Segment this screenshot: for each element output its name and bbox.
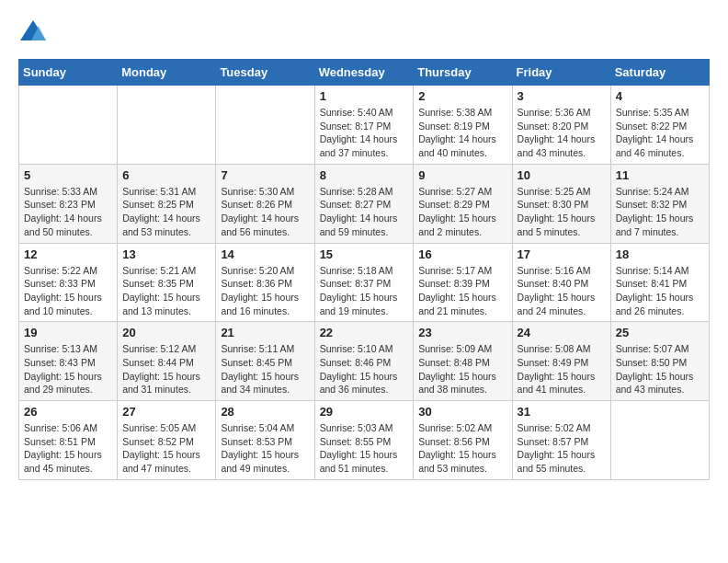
day-info: Sunrise: 5:03 AMSunset: 8:55 PMDaylight:… [320, 421, 409, 476]
calendar: SundayMondayTuesdayWednesdayThursdayFrid… [18, 59, 710, 480]
day-info: Sunrise: 5:05 AMSunset: 8:52 PMDaylight:… [122, 421, 210, 476]
day-info: Sunrise: 5:20 AMSunset: 8:36 PMDaylight:… [221, 264, 309, 318]
calendar-header-friday: Friday [512, 60, 610, 86]
calendar-header-wednesday: Wednesday [314, 60, 414, 86]
calendar-cell: 23Sunrise: 5:09 AMSunset: 8:48 PMDayligh… [414, 322, 512, 401]
day-info: Sunrise: 5:14 AMSunset: 8:41 PMDaylight:… [616, 264, 704, 318]
day-number: 20 [122, 326, 210, 339]
calendar-header-sunday: Sunday [19, 60, 118, 86]
calendar-cell: 5Sunrise: 5:33 AMSunset: 8:23 PMDaylight… [19, 164, 118, 243]
day-info: Sunrise: 5:06 AMSunset: 8:51 PMDaylight:… [24, 421, 112, 476]
day-number: 27 [122, 405, 210, 419]
calendar-cell: 25Sunrise: 5:07 AMSunset: 8:50 PMDayligh… [610, 322, 709, 401]
calendar-cell: 30Sunrise: 5:02 AMSunset: 8:56 PMDayligh… [414, 401, 512, 480]
calendar-cell: 9Sunrise: 5:27 AMSunset: 8:29 PMDaylight… [414, 164, 512, 243]
calendar-week-row: 26Sunrise: 5:06 AMSunset: 8:51 PMDayligh… [19, 401, 710, 480]
calendar-cell: 16Sunrise: 5:17 AMSunset: 8:39 PMDayligh… [414, 243, 512, 322]
day-info: Sunrise: 5:17 AMSunset: 8:39 PMDaylight:… [418, 264, 506, 318]
day-number: 25 [616, 326, 704, 339]
day-info: Sunrise: 5:11 AMSunset: 8:45 PMDaylight:… [221, 342, 309, 396]
calendar-cell: 27Sunrise: 5:05 AMSunset: 8:52 PMDayligh… [118, 401, 216, 480]
day-number: 22 [320, 326, 409, 339]
day-info: Sunrise: 5:28 AMSunset: 8:27 PMDaylight:… [320, 185, 409, 239]
day-info: Sunrise: 5:36 AMSunset: 8:20 PMDaylight:… [518, 106, 606, 160]
calendar-week-row: 12Sunrise: 5:22 AMSunset: 8:33 PMDayligh… [19, 243, 710, 322]
calendar-cell [118, 86, 216, 165]
day-info: Sunrise: 5:24 AMSunset: 8:32 PMDaylight:… [616, 185, 704, 239]
day-number: 8 [320, 168, 409, 182]
day-number: 18 [616, 247, 704, 261]
calendar-header-tuesday: Tuesday [216, 60, 314, 86]
calendar-cell: 2Sunrise: 5:38 AMSunset: 8:19 PMDaylight… [414, 86, 512, 165]
calendar-cell: 20Sunrise: 5:12 AMSunset: 8:44 PMDayligh… [118, 322, 216, 401]
day-info: Sunrise: 5:25 AMSunset: 8:30 PMDaylight:… [518, 185, 606, 239]
day-number: 16 [418, 247, 506, 261]
day-number: 23 [418, 326, 506, 339]
day-info: Sunrise: 5:18 AMSunset: 8:37 PMDaylight:… [320, 264, 409, 318]
day-info: Sunrise: 5:02 AMSunset: 8:57 PMDaylight:… [518, 421, 606, 476]
calendar-cell [19, 86, 118, 165]
day-number: 6 [122, 168, 210, 182]
calendar-cell: 11Sunrise: 5:24 AMSunset: 8:32 PMDayligh… [610, 164, 709, 243]
day-info: Sunrise: 5:12 AMSunset: 8:44 PMDaylight:… [122, 342, 210, 396]
calendar-cell: 21Sunrise: 5:11 AMSunset: 8:45 PMDayligh… [216, 322, 314, 401]
calendar-cell: 29Sunrise: 5:03 AMSunset: 8:55 PMDayligh… [314, 401, 414, 480]
day-info: Sunrise: 5:04 AMSunset: 8:53 PMDaylight:… [221, 421, 309, 476]
calendar-cell: 15Sunrise: 5:18 AMSunset: 8:37 PMDayligh… [314, 243, 414, 322]
calendar-cell: 31Sunrise: 5:02 AMSunset: 8:57 PMDayligh… [512, 401, 610, 480]
day-number: 12 [24, 247, 112, 261]
calendar-cell: 13Sunrise: 5:21 AMSunset: 8:35 PMDayligh… [118, 243, 216, 322]
day-info: Sunrise: 5:31 AMSunset: 8:25 PMDaylight:… [122, 185, 210, 239]
day-info: Sunrise: 5:16 AMSunset: 8:40 PMDaylight:… [518, 264, 606, 318]
calendar-cell: 28Sunrise: 5:04 AMSunset: 8:53 PMDayligh… [216, 401, 314, 480]
calendar-cell: 10Sunrise: 5:25 AMSunset: 8:30 PMDayligh… [512, 164, 610, 243]
day-number: 2 [418, 89, 506, 103]
day-number: 28 [221, 405, 309, 419]
calendar-cell: 19Sunrise: 5:13 AMSunset: 8:43 PMDayligh… [19, 322, 118, 401]
day-info: Sunrise: 5:35 AMSunset: 8:22 PMDaylight:… [616, 106, 704, 160]
page-header [18, 18, 710, 44]
calendar-cell: 1Sunrise: 5:40 AMSunset: 8:17 PMDaylight… [314, 86, 414, 165]
day-info: Sunrise: 5:38 AMSunset: 8:19 PMDaylight:… [418, 106, 506, 160]
calendar-cell: 22Sunrise: 5:10 AMSunset: 8:46 PMDayligh… [314, 322, 414, 401]
day-number: 19 [24, 326, 112, 339]
day-number: 5 [24, 168, 112, 182]
day-info: Sunrise: 5:13 AMSunset: 8:43 PMDaylight:… [24, 342, 112, 396]
calendar-header-monday: Monday [118, 60, 216, 86]
day-number: 30 [418, 405, 506, 419]
day-number: 4 [616, 89, 704, 103]
day-number: 24 [518, 326, 606, 339]
calendar-week-row: 5Sunrise: 5:33 AMSunset: 8:23 PMDaylight… [19, 164, 710, 243]
calendar-header-thursday: Thursday [414, 60, 512, 86]
day-info: Sunrise: 5:07 AMSunset: 8:50 PMDaylight:… [616, 342, 704, 396]
calendar-header-row: SundayMondayTuesdayWednesdayThursdayFrid… [19, 60, 710, 86]
calendar-cell: 12Sunrise: 5:22 AMSunset: 8:33 PMDayligh… [19, 243, 118, 322]
calendar-cell: 6Sunrise: 5:31 AMSunset: 8:25 PMDaylight… [118, 164, 216, 243]
logo [18, 18, 51, 44]
calendar-cell: 4Sunrise: 5:35 AMSunset: 8:22 PMDaylight… [610, 86, 709, 165]
calendar-cell: 24Sunrise: 5:08 AMSunset: 8:49 PMDayligh… [512, 322, 610, 401]
day-number: 14 [221, 247, 309, 261]
calendar-cell: 14Sunrise: 5:20 AMSunset: 8:36 PMDayligh… [216, 243, 314, 322]
calendar-header-saturday: Saturday [610, 60, 709, 86]
day-info: Sunrise: 5:22 AMSunset: 8:33 PMDaylight:… [24, 264, 112, 318]
calendar-cell: 7Sunrise: 5:30 AMSunset: 8:26 PMDaylight… [216, 164, 314, 243]
calendar-week-row: 19Sunrise: 5:13 AMSunset: 8:43 PMDayligh… [19, 322, 710, 401]
calendar-week-row: 1Sunrise: 5:40 AMSunset: 8:17 PMDaylight… [19, 86, 710, 165]
calendar-cell: 8Sunrise: 5:28 AMSunset: 8:27 PMDaylight… [314, 164, 414, 243]
day-number: 3 [518, 89, 606, 103]
day-info: Sunrise: 5:33 AMSunset: 8:23 PMDaylight:… [24, 185, 112, 239]
logo-icon [18, 18, 48, 44]
calendar-cell: 26Sunrise: 5:06 AMSunset: 8:51 PMDayligh… [19, 401, 118, 480]
day-number: 31 [518, 405, 606, 419]
day-info: Sunrise: 5:02 AMSunset: 8:56 PMDaylight:… [418, 421, 506, 476]
day-number: 17 [518, 247, 606, 261]
day-number: 15 [320, 247, 409, 261]
day-info: Sunrise: 5:08 AMSunset: 8:49 PMDaylight:… [518, 342, 606, 396]
day-number: 1 [320, 89, 409, 103]
day-number: 7 [221, 168, 309, 182]
day-number: 13 [122, 247, 210, 261]
calendar-cell [216, 86, 314, 165]
day-info: Sunrise: 5:40 AMSunset: 8:17 PMDaylight:… [320, 106, 409, 160]
day-number: 10 [518, 168, 606, 182]
